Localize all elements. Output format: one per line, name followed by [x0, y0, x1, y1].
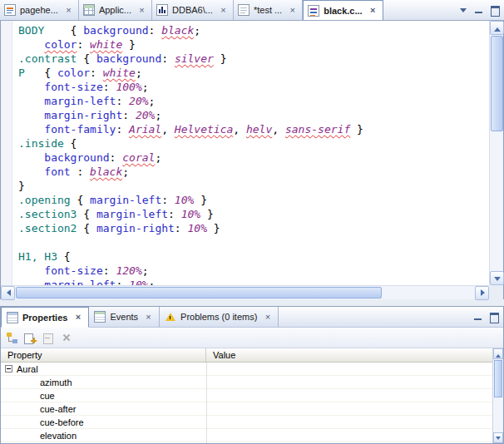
table-file-icon: [83, 4, 95, 16]
code-line: [18, 235, 489, 249]
code-token: {: [77, 208, 96, 220]
scroll-left-icon[interactable]: [1, 286, 15, 300]
close-icon[interactable]: ×: [143, 312, 154, 323]
code-token: :: [103, 81, 116, 93]
editor-tab-pagehe[interactable]: pagehe...×: [0, 0, 79, 20]
code-token: }: [350, 123, 363, 136]
code-token: :: [149, 24, 162, 37]
table-row[interactable]: azimuth: [1, 376, 492, 389]
code-token: :: [168, 208, 181, 220]
code-token: :: [122, 109, 136, 121]
code-token: ,: [272, 123, 285, 136]
code-editor-area[interactable]: BODY { background: black; color: white }…: [13, 21, 489, 285]
view-tab-problems-0-items[interactable]: Problems (0 items)×: [160, 307, 279, 327]
code-token: ;: [136, 67, 142, 79]
editor-horizontal-scrollbar[interactable]: [1, 285, 489, 299]
code-token: font-size: [44, 81, 102, 93]
arrow-down-glyph: [496, 437, 501, 442]
delete-icon[interactable]: [60, 331, 74, 345]
code-line: background: coral;: [18, 150, 489, 165]
code-line: font-size: 100%;: [18, 80, 489, 94]
property-cell: cue-after: [1, 404, 206, 414]
maximize-view-icon[interactable]: [487, 310, 501, 323]
show-categories-icon[interactable]: [5, 331, 19, 345]
maximize-icon[interactable]: [488, 3, 502, 17]
table-scrollbar-thumb[interactable]: [494, 360, 502, 397]
tree-expander-icon[interactable]: [5, 365, 12, 372]
close-icon[interactable]: ×: [262, 312, 273, 323]
code-token: [18, 151, 44, 164]
close-icon[interactable]: ×: [287, 5, 298, 16]
add-property-icon[interactable]: [23, 331, 37, 345]
table-scrollbar[interactable]: [492, 348, 503, 443]
code-token: }: [194, 194, 207, 206]
editor-tab-ddba6[interactable]: DDBA6\...×: [152, 0, 234, 20]
code-token: }: [200, 208, 214, 220]
table-row[interactable]: elevation: [1, 429, 492, 442]
editor-tab-label: black.c...: [323, 6, 363, 16]
property-cell: Aural: [1, 364, 206, 374]
column-divider[interactable]: [206, 363, 207, 443]
column-header-property[interactable]: Property: [1, 348, 206, 362]
close-icon[interactable]: ×: [63, 5, 74, 16]
editor-tab-label: Applic...: [98, 5, 132, 15]
property-table: Auralazimuthcuecue-aftercue-beforeelevat…: [1, 363, 492, 443]
problems-icon: [165, 311, 176, 323]
view-tab-events[interactable]: Events×: [89, 307, 160, 327]
scroll-up-icon[interactable]: [490, 21, 504, 35]
code-line: .contrast { background: silver }: [18, 52, 489, 66]
view-tab-label: Problems (0 items): [180, 312, 258, 322]
minimize-icon[interactable]: [472, 3, 486, 17]
editor-tab-test[interactable]: *test ...×: [234, 0, 303, 20]
code-token: {: [71, 194, 90, 206]
css-file-icon: [308, 5, 319, 17]
horizontal-scrollbar-thumb[interactable]: [16, 287, 382, 298]
remove-property-icon[interactable]: [42, 331, 56, 345]
property-name: Aural: [17, 364, 38, 374]
code-token: }: [18, 180, 25, 192]
table-scroll-down-icon[interactable]: [493, 432, 503, 443]
column-header-value[interactable]: Value: [206, 348, 492, 362]
code-token: black: [161, 24, 194, 37]
chevron-down-icon[interactable]: [457, 3, 470, 17]
arrow-right-glyph: [481, 289, 488, 296]
vertical-scrollbar-thumb[interactable]: [491, 36, 503, 131]
scrollbar-corner: [489, 285, 503, 299]
editor-tab-black-c[interactable]: black.c...×: [303, 0, 383, 20]
code-token: {: [77, 222, 96, 234]
view-tab-controls: [472, 310, 501, 323]
scroll-down-icon[interactable]: [490, 271, 504, 285]
code-token: 10%: [175, 194, 194, 206]
table-row[interactable]: Aural: [1, 363, 492, 376]
arrow-down-glyph: [494, 277, 501, 284]
close-icon[interactable]: ×: [368, 5, 378, 16]
code-token: {: [25, 67, 57, 79]
property-name: cue: [40, 391, 55, 401]
properties-view: Properties×Events×Problems (0 items)× Pr…: [0, 306, 504, 444]
editor-tab-bar: pagehe...×Applic...×DDBA6\...×*test ...×…: [0, 0, 504, 21]
properties-toolbar: [1, 328, 503, 348]
view-tab-properties[interactable]: Properties×: [1, 307, 89, 328]
table-row[interactable]: cue-after: [1, 402, 492, 416]
code-token: [18, 165, 44, 178]
minimize-view-icon[interactable]: [472, 310, 485, 323]
code-token: {: [44, 24, 83, 37]
code-token: }: [207, 222, 220, 234]
code-token: :: [103, 264, 116, 277]
code-token: 100%: [116, 81, 141, 93]
property-cell: elevation: [1, 431, 206, 441]
code-token: margin-left: [96, 208, 168, 220]
code-token: :: [116, 123, 129, 136]
code-token: 20%: [129, 95, 148, 107]
scroll-right-icon[interactable]: [475, 286, 489, 300]
code-token: ;: [149, 279, 156, 285]
table-row[interactable]: cue: [1, 389, 492, 402]
close-icon[interactable]: ×: [136, 5, 147, 16]
code-token: :: [110, 151, 123, 164]
table-row[interactable]: cue-before: [1, 416, 492, 429]
close-icon[interactable]: ×: [72, 312, 83, 323]
close-icon[interactable]: ×: [218, 5, 229, 16]
editor-vertical-scrollbar[interactable]: [489, 21, 503, 285]
editor-tab-applic[interactable]: Applic...×: [79, 0, 152, 20]
table-scroll-up-icon[interactable]: [493, 348, 503, 359]
